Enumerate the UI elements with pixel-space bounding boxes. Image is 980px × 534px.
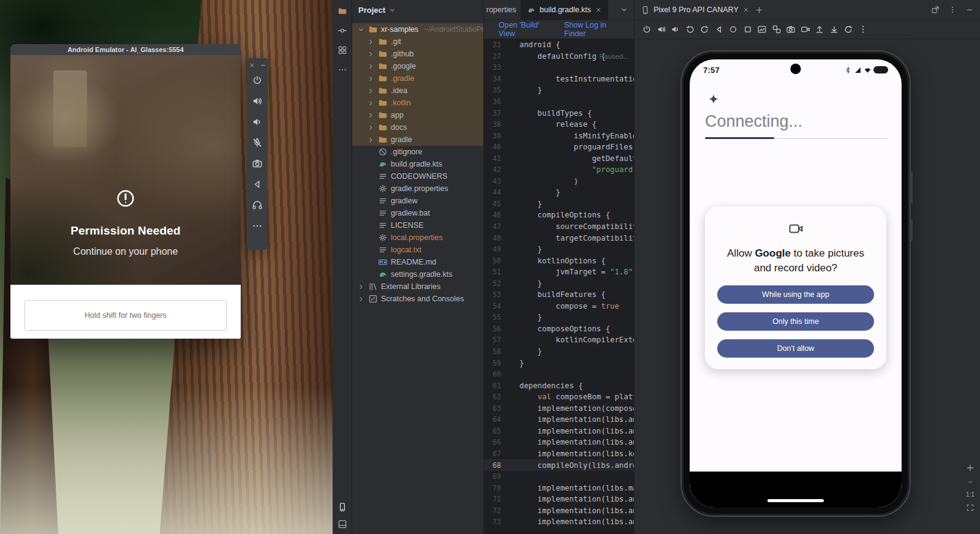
restart-icon[interactable]	[843, 24, 853, 34]
code-line[interactable]: 36	[484, 96, 634, 108]
code-line[interactable]: 58 }	[484, 346, 634, 358]
code-line[interactable]: 68 compileOnly(libs.android	[484, 459, 634, 471]
chevron-down-icon[interactable]	[388, 6, 396, 14]
chev-r-icon[interactable]	[367, 50, 375, 58]
tree-item-license[interactable]: LICENSE	[352, 219, 483, 231]
hier-icon[interactable]	[772, 24, 782, 34]
code-line[interactable]: 62 val composeBom = platfor	[484, 391, 634, 403]
code-line[interactable]: 46 compileOptions {	[484, 209, 634, 221]
screenshot-icon[interactable]	[757, 24, 767, 34]
close-tab-icon[interactable]	[742, 6, 750, 13]
power-icon[interactable]	[642, 24, 652, 34]
tree-item-git[interactable]: .git	[352, 36, 483, 48]
code-line[interactable]: 49 }	[484, 244, 634, 255]
code-line[interactable]: 47 sourceCompatibility	[484, 221, 634, 233]
tree-item-github[interactable]: .github	[352, 48, 483, 60]
minus-icon[interactable]	[965, 6, 974, 14]
back-tri-icon[interactable]	[252, 179, 263, 190]
more-h-icon[interactable]	[252, 220, 263, 231]
tree-item-xr-samples[interactable]: xr-samples~/AndroidStudioProj	[352, 23, 483, 36]
project-header[interactable]: Project	[352, 0, 483, 20]
volume-down-icon[interactable]	[252, 116, 263, 127]
tree-item-idea[interactable]: .idea	[352, 85, 483, 97]
chev-r-icon[interactable]	[367, 136, 375, 144]
emulator-screen[interactable]: Permission Needed Continue on your phone	[10, 55, 241, 285]
code-line[interactable]: 45 }	[484, 198, 634, 210]
mic-off-icon[interactable]	[252, 137, 263, 148]
code-line[interactable]: 56 composeOptions {	[484, 323, 634, 335]
code-line[interactable]: 73 implementation(libs.andr	[484, 516, 634, 528]
code-line[interactable]: 39 isMinifyEnabled	[484, 130, 634, 141]
chev-r-icon[interactable]	[367, 124, 375, 132]
code-editor[interactable]: 23android {27 defaultConfig {Paused...33…	[484, 39, 634, 534]
code-line[interactable]: 66 implementation(libs.andr	[484, 437, 634, 448]
video-icon[interactable]	[801, 24, 810, 34]
code-line[interactable]: 40 proguardFiles(	[484, 141, 634, 153]
chev-r-icon[interactable]	[367, 87, 375, 95]
tree-item-settings-gradle-kts[interactable]: settings.gradle.kts	[352, 268, 483, 280]
folder-icon[interactable]	[337, 6, 347, 16]
code-line[interactable]: 23android {	[484, 39, 634, 51]
code-line[interactable]: 63 implementation(composeBo	[484, 403, 634, 415]
volume-up-icon[interactable]	[657, 24, 666, 34]
zoom-reset-label[interactable]: 1:1	[966, 491, 974, 498]
tree-item-docs[interactable]: docs	[352, 121, 483, 134]
tree-item-local-properties[interactable]: local.properties	[352, 231, 483, 244]
code-line[interactable]: 71 implementation(libs.andr	[484, 494, 634, 505]
code-line[interactable]: 60	[484, 369, 634, 380]
tab-gradle-properties[interactable]: roperties	[484, 0, 521, 20]
zoom-in-icon[interactable]	[965, 463, 975, 473]
chev-r-icon[interactable]	[367, 75, 375, 83]
code-line[interactable]: 55 }	[484, 312, 634, 323]
tree-item-gradlew-bat[interactable]: gradlew.bat	[352, 207, 483, 219]
tree-item-logcat-txt[interactable]: logcat.txt	[352, 244, 483, 256]
code-line[interactable]: 38 release {	[484, 119, 634, 130]
tree-item-kotlin[interactable]: .kotlin	[352, 97, 483, 109]
camera-icon[interactable]	[786, 24, 796, 34]
dialog-button-while-using-the-app[interactable]: While using the app	[717, 285, 874, 304]
code-line[interactable]: 69	[484, 471, 634, 483]
tree-item-gradlew[interactable]: gradlew	[352, 195, 483, 207]
volume-up-icon[interactable]	[252, 96, 263, 107]
tab-pixel-9-pro[interactable]: Pixel 9 Pro API CANARY	[641, 6, 750, 15]
download-icon[interactable]	[829, 24, 839, 34]
headset-icon[interactable]	[252, 200, 263, 211]
code-line[interactable]: 64 implementation(libs.andr	[484, 414, 634, 426]
code-line[interactable]: 65 implementation(libs.andr	[484, 426, 634, 437]
tree-item-gitignore[interactable]: .gitignore	[352, 146, 483, 158]
add-device-tab-icon[interactable]	[755, 6, 764, 15]
code-line[interactable]: 33	[484, 62, 634, 73]
tree-item-codeowners[interactable]: CODEOWNERS	[352, 170, 483, 182]
close-tab-icon[interactable]	[595, 6, 602, 13]
panel-icon[interactable]	[337, 519, 347, 529]
code-line[interactable]: 57 kotlinCompilerExtens	[484, 334, 634, 346]
home-indicator[interactable]	[767, 499, 824, 502]
code-line[interactable]: 52 }	[484, 277, 634, 289]
code-line[interactable]: 34 testInstrumentationR	[484, 73, 634, 85]
dialog-button-don-t-allow[interactable]: Don't allow	[717, 339, 874, 358]
phone-screen[interactable]: 7:57 Connecting... Allow Google to take …	[690, 59, 902, 508]
code-line[interactable]: 44 }	[484, 187, 634, 198]
minus-icon[interactable]	[260, 62, 266, 69]
more-v-icon[interactable]	[858, 24, 868, 34]
tab-list-button[interactable]	[614, 0, 634, 20]
code-line[interactable]: 70 implementation(libs.mate	[484, 482, 634, 494]
power-icon[interactable]	[252, 75, 263, 86]
back-tri-icon[interactable]	[714, 24, 724, 34]
commit-icon[interactable]	[337, 26, 347, 36]
chev-r-icon[interactable]	[367, 62, 375, 70]
code-line[interactable]: 59}	[484, 357, 634, 369]
open-build-view-link[interactable]: Open 'Build' View	[499, 21, 548, 38]
chev-r-icon[interactable]	[357, 283, 365, 291]
volume-down-icon[interactable]	[671, 24, 680, 34]
float-icon[interactable]	[931, 6, 940, 14]
zoom-out-icon[interactable]	[967, 478, 974, 486]
home-icon[interactable]	[728, 24, 738, 34]
code-line[interactable]: 53 buildFeatures {	[484, 289, 634, 301]
code-line[interactable]: 54 compose = true	[484, 301, 634, 312]
chev-r-icon[interactable]	[357, 295, 365, 303]
dialog-button-only-this-time[interactable]: Only this time	[717, 312, 874, 331]
chev-d-icon[interactable]	[357, 26, 365, 34]
code-line[interactable]: 48 targetCompatibility	[484, 232, 634, 244]
tree-item-gradle[interactable]: .gradle	[352, 72, 483, 85]
